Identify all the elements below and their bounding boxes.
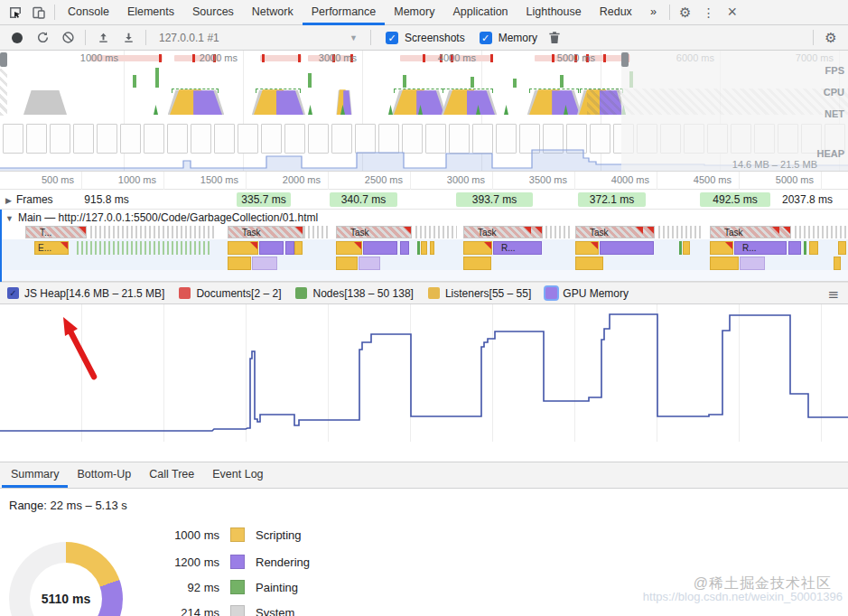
capture-settings-gear-icon[interactable]: ⚙	[819, 26, 843, 50]
kebab-menu-icon[interactable]: ⋮	[697, 1, 721, 24]
screenshots-checkbox-label[interactable]: Screenshots	[405, 32, 465, 44]
flame-block[interactable]	[463, 241, 492, 255]
more-tabs-chevron[interactable]: »	[641, 0, 666, 25]
frame-duration-chip[interactable]: 335.7 ms	[237, 192, 291, 207]
settings-gear-icon[interactable]: ⚙	[674, 1, 697, 24]
tab-network[interactable]: Network	[243, 0, 303, 25]
main-thread-header[interactable]: ▼Main — http://127.0.0.1:5500/Code/Garba…	[5, 211, 318, 224]
frames-track[interactable]: ▶Frames 915.8 ms335.7 ms340.7 ms393.7 ms…	[0, 190, 848, 210]
flame-block[interactable]	[285, 241, 294, 255]
hamburger-menu-icon[interactable]: ≡	[827, 286, 839, 303]
counters-chart[interactable]	[0, 304, 848, 462]
counter-toggle[interactable]: Documents[2 – 2]	[179, 287, 281, 300]
frame-duration-chip[interactable]: 393.7 ms	[456, 192, 533, 207]
clear-button[interactable]	[56, 26, 79, 50]
flame-block[interactable]	[788, 241, 801, 255]
counter-checkbox[interactable]	[545, 287, 557, 299]
frame-duration-chip[interactable]: 340.7 ms	[330, 192, 397, 207]
counter-checkbox[interactable]	[179, 287, 191, 299]
timeline-overview[interactable]: FPS CPU NET HEAP 14.6 MB – 21.5 MB 1000 …	[0, 51, 848, 172]
flame-block[interactable]	[575, 241, 599, 255]
tab-console[interactable]: Console	[59, 0, 118, 25]
task-block[interactable]: Task	[336, 226, 412, 238]
selection-handle-right[interactable]	[621, 52, 629, 67]
tab-lighthouse[interactable]: Lighthouse	[517, 0, 591, 25]
flame-chart[interactable]: T...TaskTaskTaskTaskTaskE...R...R...	[0, 225, 848, 281]
flame-block[interactable]	[421, 241, 427, 255]
tab-redux[interactable]: Redux	[591, 0, 641, 25]
flame-block[interactable]	[336, 257, 358, 270]
task-block[interactable]: Task	[463, 226, 543, 238]
flame-block[interactable]	[710, 241, 733, 255]
record-button[interactable]	[5, 26, 29, 50]
tab-memory[interactable]: Memory	[385, 0, 443, 25]
ruler-label: 500 ms	[9, 174, 74, 185]
flame-block[interactable]	[463, 257, 491, 270]
flame-block[interactable]	[259, 241, 284, 255]
device-toolbar-icon[interactable]	[27, 1, 51, 24]
flame-block[interactable]	[710, 257, 739, 270]
flame-block[interactable]	[417, 241, 420, 255]
counter-toggle[interactable]: Listeners[55 – 55]	[428, 287, 531, 300]
flame-block[interactable]	[359, 257, 380, 270]
flame-block[interactable]	[740, 257, 765, 270]
flame-block[interactable]	[336, 241, 362, 255]
memory-checkbox-label[interactable]: Memory	[499, 32, 537, 44]
task-block[interactable]: Task	[228, 226, 303, 238]
counter-checkbox[interactable]: ✓	[7, 287, 19, 299]
frame-duration-chip[interactable]: 915.8 ms	[76, 192, 137, 207]
flame-block[interactable]	[252, 257, 277, 270]
details-tab-summary[interactable]: Summary	[2, 462, 68, 488]
details-tab-event-log[interactable]: Event Log	[203, 462, 272, 488]
counter-checkbox[interactable]	[428, 287, 440, 299]
counter-toggle[interactable]: ✓JS Heap[14.6 MB – 21.5 MB]	[7, 287, 164, 300]
download-base	[125, 41, 132, 42]
frames-track-header[interactable]: ▶Frames	[5, 193, 53, 206]
legend-swatch	[230, 605, 245, 616]
flame-block[interactable]: R...	[734, 241, 787, 255]
overview-net-label: NET	[825, 108, 844, 119]
flame-block[interactable]: E...	[34, 241, 69, 255]
flame-block[interactable]	[228, 257, 251, 270]
flame-block[interactable]	[363, 241, 397, 255]
details-tab-call-tree[interactable]: Call Tree	[140, 462, 203, 488]
task-block[interactable]: Task	[575, 226, 655, 238]
flame-block[interactable]	[809, 241, 818, 255]
reload-and-record-button[interactable]	[31, 26, 54, 50]
counter-toggle[interactable]: Nodes[138 – 50 138]	[295, 287, 413, 300]
flame-block[interactable]	[804, 241, 806, 255]
task-block[interactable]: Task	[710, 226, 791, 238]
flame-block[interactable]	[294, 241, 303, 255]
close-icon[interactable]: ×	[721, 1, 744, 24]
counter-checkbox[interactable]	[295, 287, 307, 299]
screenshots-checkbox[interactable]: ✓	[386, 32, 398, 44]
tab-elements[interactable]: Elements	[118, 0, 183, 25]
flame-block[interactable]	[430, 241, 434, 255]
garbage-collect-button[interactable]	[543, 26, 566, 50]
tab-application[interactable]: Application	[443, 0, 517, 25]
frame-duration-chip[interactable]: 492.5 ms	[700, 192, 770, 207]
flame-block[interactable]	[838, 241, 846, 255]
flame-block[interactable]	[679, 241, 682, 255]
tab-performance[interactable]: Performance	[303, 0, 386, 25]
flame-block[interactable]	[683, 241, 690, 255]
selection-handle-left[interactable]	[0, 52, 7, 67]
frame-duration-chip[interactable]: 2037.8 ms	[775, 192, 840, 207]
tab-sources[interactable]: Sources	[183, 0, 243, 25]
task-block[interactable]: T...	[25, 226, 87, 238]
memory-checkbox[interactable]: ✓	[480, 32, 492, 44]
main-thread-track[interactable]: ▼Main — http://127.0.0.1:5500/Code/Garba…	[0, 210, 848, 282]
flame-block[interactable]	[400, 241, 409, 255]
flame-block[interactable]	[575, 257, 603, 270]
counter-toggle[interactable]: GPU Memory	[545, 287, 629, 300]
details-tab-bottom-up[interactable]: Bottom-Up	[68, 462, 140, 488]
load-profile-button[interactable]	[91, 26, 115, 50]
flame-block[interactable]	[834, 257, 841, 270]
flame-block[interactable]	[228, 241, 258, 255]
flame-block[interactable]: R...	[493, 241, 542, 255]
profile-select[interactable]: 127.0.0.1 #1 ▼	[152, 32, 365, 44]
save-profile-button[interactable]	[116, 26, 140, 50]
flame-block[interactable]	[600, 241, 654, 255]
frame-duration-chip[interactable]: 372.1 ms	[578, 192, 646, 207]
inspect-element-icon[interactable]	[4, 1, 27, 24]
